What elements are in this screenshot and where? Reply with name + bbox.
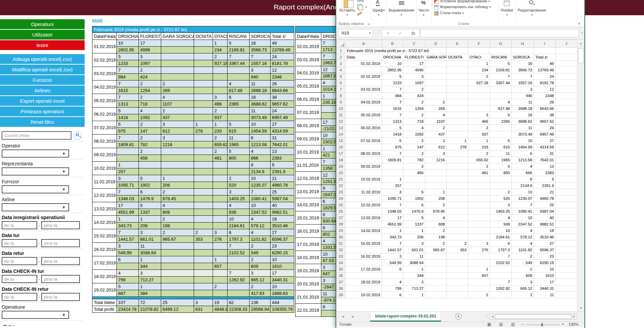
cancel-icon[interactable]: × — [387, 30, 389, 36]
excel-cell[interactable] — [345, 131, 382, 138]
excel-cell[interactable]: 233 — [468, 144, 490, 150]
sidebar-item-utilizatori[interactable]: Utilizatori — [0, 30, 85, 40]
excel-cell[interactable]: 10 — [490, 228, 512, 234]
excel-cell[interactable] — [468, 202, 490, 208]
excel-cell[interactable]: 4 — [403, 125, 425, 131]
excel-cell[interactable] — [447, 202, 468, 208]
excel-cell[interactable] — [425, 170, 447, 176]
excel-cell[interactable]: 665.12 — [512, 285, 534, 292]
excel-cell[interactable] — [447, 260, 468, 266]
excel-cell[interactable]: 3440.31 — [534, 285, 556, 292]
row-header-30[interactable]: 30 — [337, 234, 345, 240]
excel-cell[interactable] — [490, 176, 512, 183]
excel-cell[interactable]: 817.48 — [490, 106, 512, 112]
excel-cell[interactable] — [468, 215, 490, 221]
excel-cell[interactable] — [468, 106, 490, 112]
excel-cell[interactable]: 2 — [512, 266, 534, 273]
date-to-input[interactable] — [41, 239, 80, 247]
row-header-38[interactable]: 38 — [337, 285, 345, 292]
excel-cell[interactable]: 2348 — [534, 93, 556, 99]
search-button[interactable] — [73, 131, 82, 140]
row-header-32[interactable]: 32 — [337, 247, 345, 253]
excel-cell[interactable]: 2 — [468, 125, 490, 131]
excel-cell[interactable]: 1337 — [403, 221, 425, 228]
excel-cell[interactable]: 666 — [512, 170, 534, 176]
excel-cell[interactable] — [425, 176, 447, 183]
sheet-tab[interactable]: bilete-raport-complex-19.02.201 — [370, 312, 441, 322]
excel-cell[interactable]: 461 — [468, 170, 490, 176]
excel-cell[interactable]: 7 — [382, 86, 403, 93]
excel-cell[interactable]: 7 — [512, 202, 534, 208]
excel-cell[interactable]: 11 — [512, 125, 534, 131]
excel-cell[interactable]: 2 — [403, 150, 425, 157]
date-to-input[interactable] — [41, 275, 80, 283]
row-header-14[interactable]: 14 — [337, 131, 345, 138]
excel-cell[interactable]: 7 — [490, 279, 512, 285]
column-header-E[interactable]: E — [447, 40, 468, 48]
excel-cell[interactable]: OCNITA — [447, 54, 468, 61]
excel-cell[interactable]: 7 — [490, 73, 512, 80]
excel-cell[interactable]: FLORESTI — [403, 54, 425, 61]
cell-styles-button[interactable]: Стили ячеек ▾ — [434, 11, 464, 16]
excel-cell[interactable]: 984 — [382, 93, 403, 99]
excel-cell[interactable]: 7 — [382, 99, 403, 106]
excel-cell[interactable]: 278 — [447, 144, 468, 150]
excel-cell[interactable]: 3 — [382, 189, 403, 195]
name-box[interactable]: N19 ▾ — [339, 29, 373, 37]
excel-cell[interactable] — [447, 48, 468, 54]
excel-cell[interactable] — [447, 157, 468, 163]
excel-cell[interactable] — [556, 208, 577, 215]
excel-cell[interactable]: 2 — [403, 86, 425, 93]
row-header-9[interactable]: 9 — [337, 99, 345, 106]
excel-cell[interactable]: 3566.73 — [512, 67, 534, 73]
excel-cell[interactable]: SOROCA — [512, 54, 534, 61]
excel-cell[interactable]: 800 — [490, 170, 512, 176]
sheet-next-icon[interactable]: ► — [351, 314, 355, 319]
excel-cell[interactable] — [447, 106, 468, 112]
excel-cell[interactable]: 16.02.2019 — [345, 253, 382, 260]
excel-cell[interactable]: 4 — [512, 163, 534, 170]
tool-button[interactable]: Airlines — [0, 86, 85, 95]
excel-cell[interactable]: 05.02.2019 — [345, 112, 382, 118]
excel-cell[interactable]: 2347.52 — [512, 221, 534, 228]
excel-cell[interactable]: 3 — [468, 240, 490, 247]
column-header-F[interactable]: F — [468, 40, 490, 48]
excel-cell[interactable] — [447, 273, 468, 279]
operator-select[interactable]: ▼ — [2, 149, 69, 158]
excel-cell[interactable]: 6 — [382, 292, 403, 298]
excel-cell[interactable] — [556, 266, 577, 273]
sheet-prev-icon[interactable]: ◄ — [341, 314, 345, 319]
excel-cell[interactable] — [468, 183, 490, 189]
excel-cell[interactable] — [556, 144, 577, 150]
row-header-31[interactable]: 31 — [337, 240, 345, 247]
excel-cell[interactable]: 1 — [468, 266, 490, 273]
excel-cell[interactable] — [556, 176, 577, 183]
excel-cell[interactable]: 344 — [403, 273, 425, 279]
horizontal-scrollbar-thumb[interactable] — [495, 314, 572, 319]
excel-cell[interactable] — [345, 208, 382, 215]
excel-cell[interactable]: 2 — [512, 253, 534, 260]
excel-cell[interactable]: 2 — [425, 228, 447, 234]
row-header-1[interactable]: 1 — [337, 48, 345, 54]
excel-cell[interactable] — [447, 73, 468, 80]
excel-cell[interactable]: 21 — [534, 189, 556, 195]
excel-cell[interactable] — [447, 208, 468, 215]
row-header-23[interactable]: 23 — [337, 189, 345, 195]
excel-cell[interactable] — [345, 144, 382, 150]
excel-cell[interactable]: 1095.71 — [382, 195, 403, 202]
excel-cell[interactable] — [447, 163, 468, 170]
excel-cell[interactable]: 2688.18 — [512, 106, 534, 112]
excel-cell[interactable]: 147 — [403, 144, 425, 150]
excel-cell[interactable]: 10 — [512, 189, 534, 195]
excel-cell[interactable]: 5 — [490, 138, 512, 144]
excel-cell[interactable] — [425, 279, 447, 285]
excel-cell[interactable]: 8181.78 — [534, 80, 556, 86]
excel-cell[interactable] — [556, 285, 577, 292]
excel-cell[interactable] — [447, 285, 468, 292]
vertical-scrollbar[interactable]: ▲ ▼ — [577, 40, 584, 311]
excel-cell[interactable]: 10 — [382, 61, 403, 67]
excel-cell[interactable]: 1235.07 — [512, 195, 534, 202]
excel-cell[interactable]: 2 — [425, 99, 447, 106]
excel-cell[interactable]: 11 — [403, 253, 425, 260]
excel-cell[interactable] — [556, 112, 577, 118]
